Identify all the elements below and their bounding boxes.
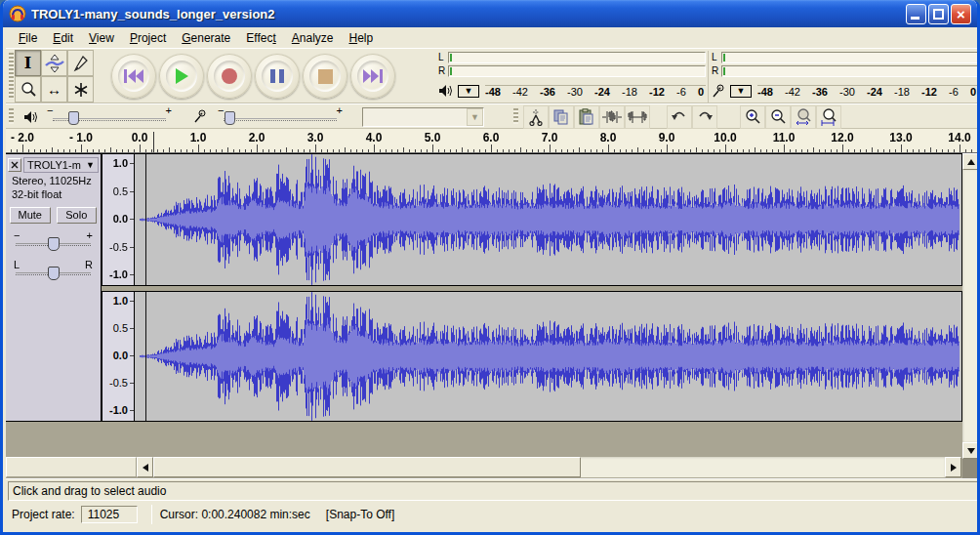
amplitude-label: 0.0 — [113, 350, 128, 361]
amplitude-label: -1.0 — [109, 404, 128, 416]
output-volume-slider[interactable]: − + — [45, 107, 174, 127]
input-meter-menu-button[interactable]: ▼ — [730, 85, 752, 98]
vertical-scrollbar[interactable] — [962, 153, 980, 459]
menu-view[interactable]: View — [81, 29, 122, 47]
trim-outside-selection-button[interactable] — [599, 105, 625, 129]
input-source-select[interactable]: ▼ — [362, 107, 484, 127]
paste-icon — [578, 108, 595, 126]
input-volume-slider[interactable]: − + — [216, 107, 345, 127]
status-divider — [151, 505, 152, 524]
timeline-ruler[interactable]: - 2.0- 1.00.01.02.03.04.05.06.07.08.09.0… — [6, 129, 980, 153]
input-volume-thumb[interactable] — [225, 111, 235, 125]
amplitude-label: 0.0 — [113, 213, 128, 225]
record-button[interactable] — [207, 54, 252, 99]
envelope-tool[interactable] — [41, 50, 67, 76]
zoom-out-button[interactable] — [765, 105, 791, 129]
menu-help[interactable]: Help — [341, 29, 381, 47]
cursor-position-text: Cursor: 0:00.240082 min:sec — [160, 508, 310, 521]
input-right-label: R — [712, 65, 721, 77]
pan-thumb[interactable] — [48, 267, 60, 280]
fit-selection-icon — [795, 108, 812, 126]
timeline-label: 8.0 — [600, 131, 617, 144]
toolbar-grip[interactable] — [9, 53, 14, 99]
draw-tool[interactable] — [67, 50, 94, 76]
time-shift-tool[interactable]: ↔ — [41, 76, 67, 103]
maximize-button[interactable] — [928, 4, 949, 24]
slider-min-label: − — [47, 104, 53, 116]
skip-to-end-button[interactable] — [350, 54, 395, 99]
meter-scale-value: -42 — [785, 86, 800, 98]
slider-groove — [224, 118, 337, 121]
gain-min-label: − — [14, 229, 20, 241]
waveform-area[interactable] — [135, 154, 961, 285]
timeline-label: 10.0 — [714, 131, 736, 144]
scroll-left-button[interactable] — [137, 457, 153, 477]
track-workspace[interactable]: TROLY1-m ▼ Stereo, 11025Hz 32-bit float … — [6, 153, 980, 478]
selection-tool[interactable]: I — [15, 50, 41, 76]
mute-button[interactable]: Mute — [10, 207, 51, 224]
zoom-in-button[interactable] — [740, 105, 765, 129]
scroll-right-button[interactable] — [945, 457, 961, 477]
track-gain-slider[interactable]: − + — [14, 231, 93, 253]
gain-thumb[interactable] — [48, 237, 60, 251]
paste-button[interactable] — [574, 105, 599, 129]
play-button[interactable] — [159, 54, 204, 99]
arrow-left-icon — [143, 464, 148, 472]
menu-effect[interactable]: Effect — [238, 29, 283, 47]
menu-edit[interactable]: Edit — [45, 29, 81, 47]
snap-status-text: [Snap-To Off] — [326, 508, 394, 521]
multi-tool[interactable] — [67, 76, 94, 103]
close-button[interactable]: × — [951, 4, 971, 24]
meter-scale-value: -6 — [949, 86, 959, 98]
stop-button[interactable] — [303, 54, 347, 99]
redo-button[interactable] — [692, 105, 717, 129]
pause-button[interactable] — [255, 54, 300, 99]
minimize-button[interactable] — [906, 4, 926, 24]
scrollbar-track[interactable] — [962, 170, 980, 442]
output-volume-thumb[interactable] — [68, 111, 79, 125]
scrollbar-track[interactable] — [153, 457, 945, 477]
menu-file[interactable]: File — [11, 29, 45, 47]
horizontal-scrollbar[interactable] — [6, 457, 961, 477]
track-close-button[interactable] — [8, 158, 21, 172]
fit-selection-button[interactable] — [791, 105, 816, 129]
silence-selection-button[interactable] — [625, 105, 650, 129]
project-rate-value[interactable]: 11025 — [81, 506, 138, 523]
cut-button[interactable] — [523, 105, 549, 129]
timeline-label: 6.0 — [483, 131, 500, 144]
scrollbar-thumb[interactable] — [153, 457, 581, 477]
output-meter-menu-button[interactable]: ▼ — [458, 85, 479, 98]
amplitude-tick — [130, 247, 134, 248]
minimize-icon — [911, 17, 919, 20]
track-pan-slider[interactable]: L R — [14, 261, 93, 282]
vertical-ruler[interactable]: 1.00.50.0-0.5-1.0 — [102, 154, 135, 285]
edit-toolbar — [523, 105, 650, 129]
vertical-ruler[interactable]: 1.00.50.0-0.5-1.0 — [102, 292, 135, 421]
skip-to-start-button[interactable] — [111, 54, 156, 99]
scroll-up-button[interactable] — [962, 153, 980, 170]
undo-button[interactable] — [667, 105, 692, 129]
title-bar[interactable]: TROLY1-many_sounds_longer_version2 × — [3, 0, 977, 27]
track-name: TROLY1-m — [27, 159, 81, 171]
gain-max-label: + — [87, 229, 93, 241]
menu-project[interactable]: Project — [122, 29, 174, 47]
toolbar-grip[interactable] — [9, 108, 14, 124]
menu-generate[interactable]: Generate — [174, 29, 238, 47]
meter-scale-value: -18 — [622, 86, 637, 98]
menu-analyze[interactable]: Analyze — [284, 29, 342, 47]
waveform-area[interactable] — [135, 292, 961, 421]
copy-button[interactable] — [549, 105, 574, 129]
solo-button[interactable]: Solo — [57, 207, 98, 224]
window-title: TROLY1-many_sounds_longer_version2 — [31, 7, 906, 21]
output-meter[interactable]: L R ▼ -48-42-36-30-24-18-12-60 — [438, 51, 706, 103]
toolbar-grip[interactable] — [513, 108, 518, 124]
scroll-down-button[interactable] — [962, 442, 980, 459]
zoom-tool[interactable] — [15, 76, 41, 103]
amplitude-tick — [130, 274, 134, 275]
meter-scale-value: -36 — [812, 86, 828, 98]
track-title-menu[interactable]: TROLY1-m ▼ — [23, 157, 99, 173]
input-meter[interactable]: L R ▼ -48-42-36-30-24-18-12-60 — [708, 51, 978, 103]
timeline-label: 3.0 — [307, 131, 324, 144]
meter-scale-value: -12 — [921, 86, 937, 98]
fit-project-button[interactable] — [816, 105, 841, 129]
